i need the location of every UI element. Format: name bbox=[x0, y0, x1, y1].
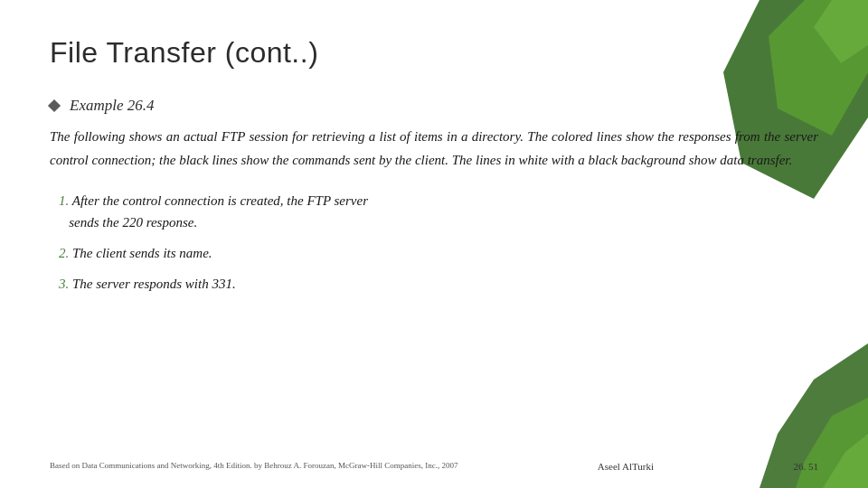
list-text-2: The client sends its name. bbox=[72, 246, 212, 260]
footer-page: 26. 51 bbox=[794, 461, 819, 472]
list-number-3: 3. bbox=[59, 277, 69, 291]
list-number-2: 2. bbox=[59, 246, 69, 260]
list-text-1: After the control connection is created,… bbox=[59, 193, 368, 230]
example-label: Example 26.4 bbox=[70, 97, 154, 115]
description-paragraph: The following shows an actual FTP sessio… bbox=[50, 126, 818, 172]
numbered-list: 1. After the control connection is creat… bbox=[59, 190, 818, 295]
list-item: 2. The client sends its name. bbox=[59, 242, 818, 264]
footer-author: Aseel AlTurki bbox=[598, 461, 654, 472]
slide-title: File Transfer (cont..) bbox=[50, 36, 818, 70]
list-number-1: 1. bbox=[59, 193, 69, 208]
footer-credit: Based on Data Communications and Network… bbox=[50, 460, 458, 472]
example-label-container: Example 26.4 bbox=[50, 97, 818, 115]
list-item: 3. The server responds with 331. bbox=[59, 273, 818, 295]
list-text-3: The server responds with 331. bbox=[72, 277, 236, 291]
bullet-diamond bbox=[48, 99, 61, 112]
footer: Based on Data Communications and Network… bbox=[50, 460, 818, 472]
list-item: 1. After the control connection is creat… bbox=[59, 190, 818, 233]
